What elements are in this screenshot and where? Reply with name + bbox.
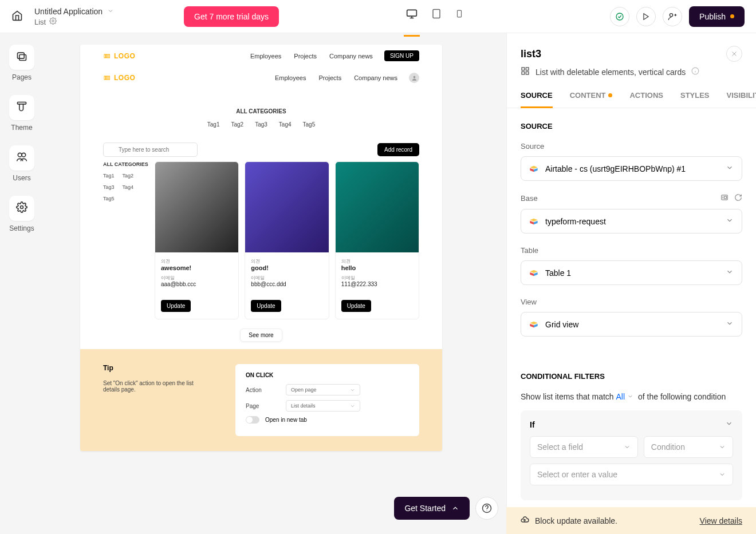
avatar-icon[interactable]	[409, 73, 419, 83]
update-banner: Block update available. View details	[506, 507, 756, 534]
chevron-down-icon[interactable]	[725, 420, 733, 429]
tab-source[interactable]: SOURCE	[521, 91, 553, 108]
table-select[interactable]: Table 1	[521, 260, 742, 285]
side-tag[interactable]: Tag3	[103, 184, 115, 190]
svg-rect-21	[104, 54, 106, 58]
home-icon[interactable]	[11, 10, 23, 23]
tab-actions[interactable]: ACTIONS	[629, 91, 663, 108]
side-tag[interactable]: Tag4	[123, 184, 134, 190]
tip-action-select[interactable]: Open page	[286, 384, 360, 395]
tab-content[interactable]: CONTENT	[570, 91, 613, 108]
cond-all-dropdown[interactable]: All	[616, 392, 625, 401]
chevron-down-icon[interactable]	[627, 392, 633, 401]
nav-company-news[interactable]: Company news	[354, 74, 397, 81]
tag-item[interactable]: Tag5	[303, 121, 316, 128]
update-button[interactable]: Update	[161, 300, 191, 312]
opinion-value: hello	[341, 264, 413, 271]
help-button[interactable]	[475, 497, 498, 520]
list-card[interactable]: 의견 good! 이메일 bbb@ccc.ddd Update	[245, 161, 329, 319]
view-details-link[interactable]: View details	[700, 516, 742, 525]
email-label: 이메일	[161, 275, 233, 281]
gear-outline-icon[interactable]	[49, 17, 57, 26]
svg-rect-36	[522, 72, 525, 74]
see-more-button[interactable]: See more	[240, 329, 282, 342]
chevron-down-icon[interactable]	[107, 6, 114, 17]
canvas-preview: LOGO Employees Projects Company news SIG…	[80, 45, 442, 451]
tag-item[interactable]: Tag3	[255, 121, 267, 128]
side-tag[interactable]: Tag2	[123, 173, 134, 179]
properties-panel: list3 List with deletable elements, vert…	[506, 33, 756, 534]
tag-item[interactable]: Tag2	[231, 121, 243, 128]
nav-employees[interactable]: Employees	[250, 53, 281, 60]
search-input[interactable]	[103, 143, 198, 157]
panel-title: list3	[521, 48, 541, 60]
svg-rect-4	[433, 9, 440, 18]
mobile-device-button[interactable]	[455, 8, 463, 25]
source-value: Airtable - cs (usrt9gEIRHBOPbWnp) #1	[545, 164, 719, 173]
sidebar-item-theme[interactable]: Theme	[6, 95, 38, 132]
sidebar-label: Theme	[11, 124, 32, 132]
close-panel-button[interactable]	[726, 46, 742, 62]
topbar-right: Publish	[610, 6, 745, 27]
email-label: 이메일	[341, 275, 413, 281]
update-button[interactable]: Update	[341, 300, 371, 312]
source-select[interactable]: Airtable - cs (usrt9gEIRHBOPbWnp) #1	[521, 156, 742, 181]
refresh-icon[interactable]	[734, 193, 742, 203]
svg-rect-25	[107, 76, 108, 80]
tab-visibility[interactable]: VISIBILITY	[727, 91, 756, 108]
tip-page-select[interactable]: List details	[286, 400, 360, 412]
svg-point-16	[18, 153, 22, 157]
newtab-toggle[interactable]	[246, 416, 259, 424]
trial-button[interactable]: Get 7 more trial days	[184, 6, 279, 27]
left-sidebar: Pages Theme Users Settings	[0, 33, 44, 244]
tip-text: Set "On click" action to open the list d…	[103, 380, 201, 393]
source-field-label: Source	[521, 142, 544, 151]
sidebar-item-users[interactable]: Users	[6, 145, 38, 182]
nav-projects[interactable]: Projects	[294, 53, 317, 60]
device-switcher	[406, 8, 463, 25]
side-tag[interactable]: Tag1	[103, 173, 115, 179]
list-card[interactable]: 의견 awesome! 이메일 aaa@bbb.ccc Update	[155, 161, 239, 319]
side-tag[interactable]: Tag5	[103, 196, 115, 201]
sidebar-item-settings[interactable]: Settings	[6, 196, 38, 232]
view-select[interactable]: Grid view	[521, 312, 742, 337]
update-button[interactable]: Update	[251, 300, 281, 312]
publish-button[interactable]: Publish	[689, 6, 745, 27]
tag-item[interactable]: Tag1	[207, 121, 220, 128]
svg-marker-9	[644, 13, 648, 19]
tip-card: ON CLICK Action Open page Page List deta…	[235, 364, 419, 436]
list-card[interactable]: 의견 hello 이메일 111@222.333 Update	[335, 161, 419, 319]
base-value: typeform-request	[545, 217, 719, 226]
sidebar-label: Settings	[9, 224, 34, 232]
value-input[interactable]: Select or enter a value	[530, 464, 733, 485]
card-image	[245, 162, 328, 252]
tag-item[interactable]: Tag4	[279, 121, 292, 128]
add-user-button[interactable]	[663, 7, 682, 26]
condition-select[interactable]: Condition	[644, 436, 733, 458]
email-value: 111@222.333	[341, 281, 413, 287]
preview-play-button[interactable]	[636, 7, 656, 26]
svg-point-27	[413, 76, 415, 78]
svg-rect-15	[18, 102, 26, 104]
tab-styles[interactable]: STYLES	[680, 91, 710, 108]
field-select[interactable]: Select a field	[530, 436, 638, 458]
email-value: aaa@bbb.ccc	[161, 281, 233, 287]
nav-company-news[interactable]: Company news	[329, 53, 373, 60]
status-check-button[interactable]	[610, 7, 629, 26]
get-started-button[interactable]: Get Started	[394, 497, 470, 520]
svg-rect-26	[108, 76, 110, 80]
add-record-button[interactable]: Add record	[377, 143, 419, 156]
nav-employees[interactable]: Employees	[275, 74, 306, 81]
id-icon[interactable]	[720, 193, 729, 203]
base-select[interactable]: typeform-request	[521, 209, 742, 234]
card-image	[336, 162, 419, 252]
opinion-label: 의견	[341, 258, 413, 264]
svg-rect-22	[107, 54, 108, 58]
desktop-device-button[interactable]	[406, 8, 418, 25]
sidebar-item-pages[interactable]: Pages	[6, 45, 38, 81]
nav-projects[interactable]: Projects	[318, 74, 341, 81]
signup-button[interactable]: SIGN UP	[384, 50, 419, 61]
tablet-device-button[interactable]	[431, 8, 442, 25]
svg-rect-1	[407, 10, 417, 16]
info-icon[interactable]	[691, 67, 699, 77]
